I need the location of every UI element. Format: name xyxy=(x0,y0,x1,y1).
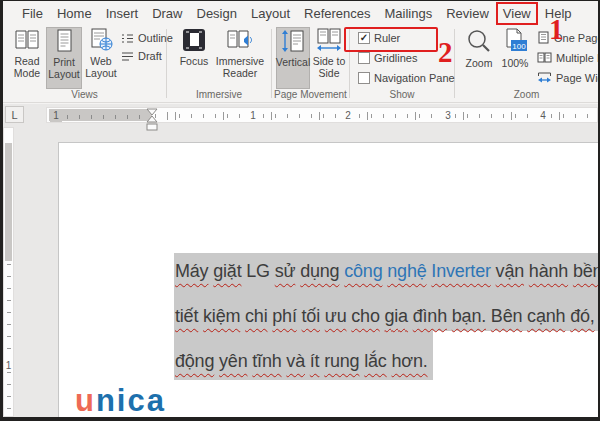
immersive-reader-icon xyxy=(225,27,255,53)
unica-logo: unica xyxy=(75,385,166,417)
draft-icon xyxy=(121,51,134,62)
ruler-ticks xyxy=(155,108,595,122)
tab-design[interactable]: Design xyxy=(190,2,244,25)
vertical-label: Vertical xyxy=(276,56,310,68)
document-line-2: tiết kiệm chi phí tối ưu cho gia đình bạ… xyxy=(175,300,598,332)
show-group-label: Show xyxy=(350,89,454,100)
vertical-icon xyxy=(280,28,306,54)
tab-review[interactable]: Review xyxy=(439,2,496,25)
immersive-group-label: Immersive xyxy=(167,89,271,100)
multiple-pages-icon xyxy=(537,51,552,64)
group-page-movement: Vertical Side to Side Page Movement xyxy=(272,25,349,102)
vertical-ruler: 1 xyxy=(3,127,14,417)
immersive-reader-button[interactable]: Immersive Reader xyxy=(213,27,267,89)
tab-stop-selector[interactable]: L xyxy=(5,106,24,123)
multiple-pages-button[interactable]: Multiple Pages xyxy=(537,51,598,64)
group-zoom: Zoom 100 100% One Page Multiple Pages Pa… xyxy=(455,25,598,102)
web-layout-label: Web Layout xyxy=(83,55,119,79)
ruler-number-2: 2 xyxy=(342,109,354,122)
tab-view[interactable]: View xyxy=(496,2,538,25)
outline-button[interactable]: Outline xyxy=(121,32,173,44)
document-line-3: động yên tĩnh và ít rung lắc hơn. xyxy=(175,345,428,377)
print-layout-icon xyxy=(50,28,78,54)
line1-text-after-link: vận hành bền bỉ xyxy=(491,261,598,281)
indent-markers[interactable] xyxy=(146,108,158,132)
draft-label: Draft xyxy=(138,50,162,62)
one-page-button[interactable]: One Page xyxy=(537,31,598,44)
tab-file[interactable]: File xyxy=(15,2,50,25)
tab-layout[interactable]: Layout xyxy=(244,2,297,25)
page-width-button[interactable]: Page Width xyxy=(537,71,598,84)
group-immersive: Focus Immersive Reader Immersive xyxy=(167,25,271,102)
gridlines-checkbox[interactable] xyxy=(358,52,370,64)
view-ribbon: Read Mode Print Layout Web Layout Outlin… xyxy=(3,25,598,103)
read-mode-icon xyxy=(13,27,41,53)
focus-label: Focus xyxy=(180,55,209,67)
unica-logo-u: u xyxy=(75,383,96,417)
document-line-1: Máy giặt LG sử dụng công nghệ Inverter v… xyxy=(175,255,598,287)
line3-text: động yên tĩnh và ít rung lắc hơn. xyxy=(175,351,428,371)
zoom-label: Zoom xyxy=(466,57,493,69)
focus-icon xyxy=(181,27,207,53)
tab-draw[interactable]: Draw xyxy=(145,2,189,25)
page-width-label: Page Width xyxy=(556,72,598,84)
ruler-margin-segment xyxy=(49,109,152,121)
zoom-100-button[interactable]: 100 100% xyxy=(497,27,533,89)
navigation-pane-checkbox-label: Navigation Pane xyxy=(374,72,455,84)
zoom-100-label: 100% xyxy=(502,57,529,69)
read-mode-label: Read Mode xyxy=(9,55,45,79)
web-layout-button[interactable]: Web Layout xyxy=(83,27,119,89)
vertical-ruler-ticks xyxy=(7,264,11,412)
print-layout-button[interactable]: Print Layout xyxy=(46,27,82,89)
vertical-ruler-margin-segment xyxy=(5,143,12,261)
ruler-number-3: 3 xyxy=(442,109,454,122)
unica-logo-nica: nica xyxy=(96,383,166,417)
zoom-100-icon: 100 xyxy=(500,27,530,55)
gridlines-checkbox-label: Gridlines xyxy=(374,52,417,64)
ruler-margin-ticks xyxy=(55,115,146,119)
document-page[interactable]: Máy giặt LG sử dụng công nghệ Inverter v… xyxy=(58,142,598,417)
side-to-side-icon xyxy=(315,27,343,53)
group-views: Read Mode Print Layout Web Layout Outlin… xyxy=(3,25,166,102)
outline-icon xyxy=(121,33,134,44)
web-layout-icon xyxy=(87,27,115,53)
ruler-highlight-box xyxy=(344,27,438,52)
tab-insert[interactable]: Insert xyxy=(99,2,146,25)
word-window: File Home Insert Draw Design Layout Refe… xyxy=(3,1,598,417)
gridlines-checkbox-row[interactable]: Gridlines xyxy=(358,52,417,64)
navigation-pane-checkbox[interactable] xyxy=(358,72,370,84)
print-layout-label: Print Layout xyxy=(47,56,81,80)
document-area: L 1 1 2 3 4 1 Máy giặt LG sử dụ xyxy=(3,104,598,417)
step-2-annotation: 2 xyxy=(438,38,453,66)
ruler-margin-number: 1 xyxy=(50,109,62,122)
page-movement-group-label: Page Movement xyxy=(272,89,349,100)
page-width-icon xyxy=(537,71,552,84)
horizontal-ruler: 1 1 2 3 4 xyxy=(46,107,598,123)
screenshot-frame: File Home Insert Draw Design Layout Refe… xyxy=(0,0,600,421)
navigation-pane-checkbox-row[interactable]: Navigation Pane xyxy=(358,72,455,84)
step-1-annotation: 1 xyxy=(549,15,564,43)
tab-home[interactable]: Home xyxy=(50,2,99,25)
line2-text: tiết kiệm chi phí tối ưu cho gia đình bạ… xyxy=(175,306,598,326)
views-group-label: Views xyxy=(3,89,166,100)
svg-text:100: 100 xyxy=(512,42,526,51)
immersive-reader-label: Immersive Reader xyxy=(213,55,267,79)
side-to-side-button[interactable]: Side to Side xyxy=(312,27,346,89)
read-mode-button[interactable]: Read Mode xyxy=(9,27,45,89)
tab-mailings[interactable]: Mailings xyxy=(378,2,440,25)
zoom-button[interactable]: Zoom xyxy=(461,27,497,89)
ruler-number-4: 4 xyxy=(537,109,549,122)
side-to-side-label: Side to Side xyxy=(312,55,346,79)
tab-references[interactable]: References xyxy=(297,2,377,25)
line1-hyperlink[interactable]: công nghệ Inverter xyxy=(344,261,491,281)
ribbon-tab-bar: File Home Insert Draw Design Layout Refe… xyxy=(3,1,598,25)
zoom-group-label: Zoom xyxy=(455,89,598,100)
vertical-ruler-number-1: 1 xyxy=(4,360,13,371)
draft-button[interactable]: Draft xyxy=(121,50,162,62)
zoom-icon xyxy=(464,27,494,55)
ruler-number-1: 1 xyxy=(247,109,259,122)
line1-text: Máy giặt LG sử dụng xyxy=(175,261,344,281)
multiple-pages-label: Multiple Pages xyxy=(556,52,598,64)
focus-button[interactable]: Focus xyxy=(175,27,213,89)
vertical-button[interactable]: Vertical xyxy=(276,27,310,89)
